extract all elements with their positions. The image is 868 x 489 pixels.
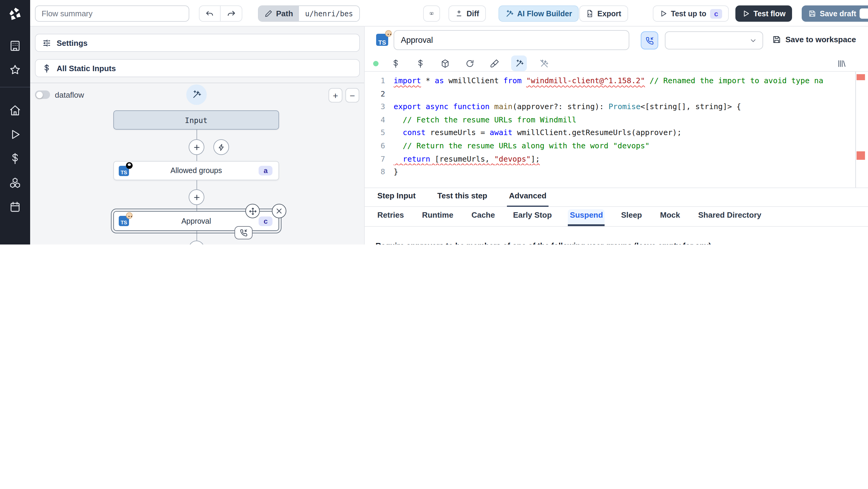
sidebar-divider — [0, 87, 30, 87]
undo-button[interactable] — [199, 5, 221, 22]
flow-node-input[interactable]: Input — [113, 110, 279, 130]
wand-icon — [505, 9, 514, 18]
template-select[interactable] — [665, 31, 763, 50]
editor-overview-ruler — [855, 72, 856, 187]
docs-button[interactable] — [423, 5, 440, 22]
suspend-phone-badge[interactable] — [235, 226, 253, 239]
test-up-to-button[interactable]: Test up to c — [653, 5, 729, 22]
move-step-button[interactable] — [245, 204, 260, 218]
typescript-icon: TS — [376, 34, 388, 46]
save-icon — [808, 10, 816, 18]
ai-flow-builder-button[interactable]: AI Flow Builder — [498, 5, 579, 22]
tab-advanced[interactable]: Advanced — [507, 191, 548, 207]
status-dot — [373, 61, 378, 66]
trigger-lightning-button[interactable] — [213, 139, 229, 155]
insert-step-button[interactable] — [189, 241, 204, 245]
code-line[interactable]: 1import * as wmillClient from "windmill-… — [365, 74, 868, 87]
chevron-down-icon — [749, 36, 757, 44]
zoom-out-button[interactable]: − — [345, 88, 359, 102]
save-to-workspace-button[interactable]: Save to workspace — [772, 35, 856, 44]
path-label: Path — [276, 9, 293, 18]
error-marker — [857, 74, 865, 80]
code-line[interactable]: 6 // Return the resume URLs along with t… — [365, 139, 868, 152]
subtab-shared-directory[interactable]: Shared Directory — [696, 209, 763, 226]
save-draft-kbd — [860, 8, 868, 19]
delete-step-button[interactable] — [272, 204, 286, 218]
phone-incoming-icon — [239, 228, 248, 237]
subtab-early-stop[interactable]: Early Stop — [511, 209, 554, 226]
variables-dollar-icon[interactable] — [5, 148, 25, 169]
favorites-star-icon[interactable] — [5, 60, 25, 80]
library-button[interactable] — [834, 56, 849, 71]
suspend-phone-button[interactable] — [641, 31, 658, 50]
all-static-inputs-button[interactable]: All Static Inputs — [35, 59, 360, 77]
runs-play-icon[interactable] — [5, 124, 25, 145]
insert-step-button[interactable] — [189, 189, 204, 205]
phone-incoming-icon — [645, 36, 654, 45]
ai-wand-off-button[interactable] — [536, 56, 552, 71]
step-id-badge: c — [259, 216, 273, 226]
dollar-icon — [42, 64, 51, 73]
redo-button[interactable] — [221, 5, 242, 22]
tab-test-this-step[interactable]: Test this step — [435, 191, 489, 207]
code-line[interactable]: 5 const resumeUrls = await wmillClient.g… — [365, 126, 868, 139]
flow-toolbar-divider — [30, 83, 364, 83]
step-id-badge: a — [259, 166, 273, 176]
subtab-retries[interactable]: Retries — [375, 209, 406, 226]
code-line[interactable]: 7 return [resumeUrls, "devops"]; — [365, 152, 868, 165]
flow-editor-topbar: Flow summary Path u/henri/bes Diff AI Fl… — [30, 0, 868, 27]
step-tabs: Step Input Test this step Advanced — [365, 191, 868, 207]
subtab-sleep[interactable]: Sleep — [619, 209, 644, 226]
flow-graph-panel: Settings All Static Inputs dataflow + − … — [30, 27, 364, 245]
ai-wand-button[interactable] — [511, 56, 527, 71]
pencil-icon — [265, 10, 273, 18]
package-button[interactable] — [437, 56, 453, 71]
require-approvers-label: Require approvers to be members of one o… — [375, 241, 711, 245]
save-icon — [772, 35, 781, 44]
subtab-suspend[interactable]: Suspend — [568, 209, 605, 226]
code-line[interactable]: 3export async function main(approver?: s… — [365, 100, 868, 113]
flow-settings-button[interactable]: Settings — [35, 34, 360, 52]
path-value: u/henri/bes — [299, 6, 359, 21]
resources-boxes-icon[interactable] — [5, 173, 25, 193]
code-editor[interactable]: 1import * as wmillClient from "windmill-… — [365, 71, 868, 188]
flow-node-allowed-groups[interactable]: TS Allowed groups a — [113, 161, 279, 180]
code-line[interactable]: 2 — [365, 87, 868, 100]
play-icon — [742, 10, 750, 18]
code-line[interactable]: 8} — [365, 165, 868, 178]
variables-dollar-button[interactable] — [388, 56, 403, 71]
reload-button[interactable] — [462, 56, 477, 71]
format-brush-button[interactable] — [487, 56, 502, 71]
step-name-input[interactable]: Approval — [394, 30, 629, 50]
plus-minus-icon — [455, 10, 463, 18]
flow-summary-input[interactable]: Flow summary — [35, 5, 189, 22]
save-draft-button[interactable]: Save draft — [802, 5, 868, 22]
tab-step-input[interactable]: Step Input — [375, 191, 417, 207]
baby-emoji-icon — [385, 30, 392, 37]
zoom-in-button[interactable]: + — [329, 88, 342, 102]
subtab-runtime[interactable]: Runtime — [420, 209, 455, 226]
app-sidebar — [0, 0, 30, 245]
sliders-icon — [42, 38, 51, 47]
advanced-sub-tabs: Retries Runtime Cache Early Stop Suspend… — [365, 209, 868, 227]
error-marker — [857, 151, 865, 160]
export-button[interactable]: Export — [579, 5, 628, 22]
home-icon[interactable] — [5, 100, 25, 121]
step-detail-panel: TS Approval Save to workspace 1import * … — [364, 27, 868, 245]
windmill-logo[interactable] — [7, 6, 23, 22]
play-outline-icon — [659, 10, 667, 18]
path-chip[interactable]: Path u/henri/bes — [258, 5, 360, 22]
dataflow-toggle[interactable] — [35, 90, 50, 99]
subtab-mock[interactable]: Mock — [658, 209, 682, 226]
resources-dollar-button[interactable] — [412, 56, 428, 71]
code-line[interactable]: 4 // Fetch the resume URLs from Windmill — [365, 113, 868, 126]
test-flow-button[interactable]: Test flow — [735, 5, 792, 22]
ai-graph-wand-button[interactable] — [186, 84, 207, 105]
schedules-calendar-icon[interactable] — [5, 196, 25, 217]
wand-icon — [192, 90, 201, 99]
export-file-icon — [586, 10, 594, 18]
insert-step-button[interactable] — [189, 139, 204, 155]
subtab-cache[interactable]: Cache — [470, 209, 497, 226]
workspace-building-icon[interactable] — [5, 36, 25, 56]
diff-button[interactable]: Diff — [448, 5, 486, 22]
